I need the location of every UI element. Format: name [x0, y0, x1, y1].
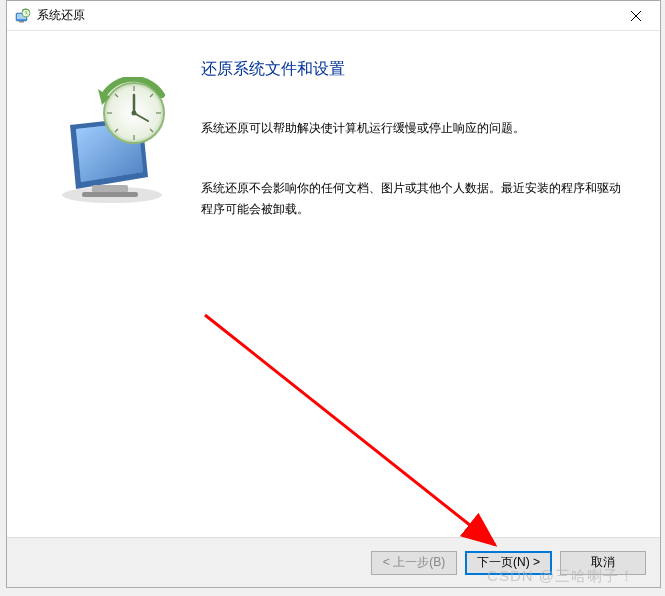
next-button[interactable]: 下一页(N) >	[465, 551, 552, 575]
window-title: 系统还原	[37, 7, 613, 24]
back-button: < 上一步(B)	[371, 551, 457, 575]
system-restore-window: 系统还原	[6, 0, 661, 588]
content-area: 还原系统文件和设置 系统还原可以帮助解决使计算机运行缓慢或停止响应的问题。 系统…	[7, 31, 660, 537]
svg-rect-7	[82, 192, 138, 197]
close-button[interactable]	[613, 2, 658, 30]
wizard-footer: < 上一步(B) 下一页(N) > 取消	[7, 537, 660, 587]
titlebar: 系统还原	[7, 1, 660, 31]
system-restore-titlebar-icon	[15, 8, 31, 24]
svg-point-19	[132, 111, 137, 116]
icon-pane	[31, 59, 201, 527]
page-heading: 还原系统文件和设置	[201, 59, 626, 80]
svg-rect-6	[92, 185, 128, 193]
text-pane: 还原系统文件和设置 系统还原可以帮助解决使计算机运行缓慢或停止响应的问题。 系统…	[201, 59, 636, 527]
close-icon	[631, 11, 641, 21]
svg-rect-2	[19, 21, 24, 23]
description-2: 系统还原不会影响你的任何文档、图片或其他个人数据。最近安装的程序和驱动程序可能会…	[201, 178, 626, 219]
system-restore-icon	[52, 77, 180, 205]
cancel-button[interactable]: 取消	[560, 551, 646, 575]
description-1: 系统还原可以帮助解决使计算机运行缓慢或停止响应的问题。	[201, 118, 626, 138]
